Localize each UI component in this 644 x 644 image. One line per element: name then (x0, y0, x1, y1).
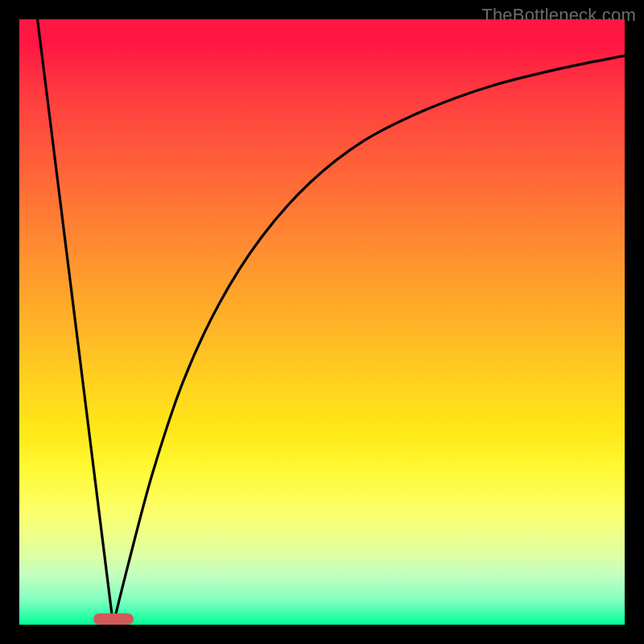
optimum-marker (93, 613, 134, 625)
curve-left (38, 19, 114, 625)
chart-curves (19, 19, 625, 625)
plot-area (19, 19, 625, 625)
curve-right (114, 56, 625, 625)
